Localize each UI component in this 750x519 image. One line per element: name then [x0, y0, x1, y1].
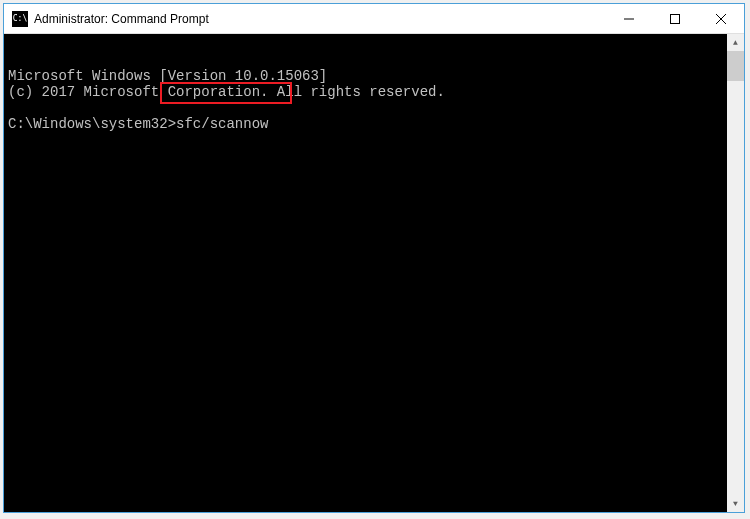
scroll-down-button[interactable]: ▼	[727, 495, 744, 512]
version-line: Microsoft Windows [Version 10.0.15063]	[8, 68, 327, 84]
scrollbar-thumb[interactable]	[727, 51, 744, 81]
command-prompt-window: C:\ Administrator: Command Prompt Micros…	[3, 3, 745, 513]
maximize-icon	[670, 14, 680, 24]
svg-rect-1	[671, 14, 680, 23]
window-title: Administrator: Command Prompt	[34, 12, 606, 26]
scroll-up-button[interactable]: ▲	[727, 34, 744, 51]
prompt-text: C:\Windows\system32>	[8, 116, 176, 132]
terminal-content: Microsoft Windows [Version 10.0.15063] (…	[8, 68, 740, 132]
scrollbar-track[interactable]	[727, 51, 744, 495]
copyright-line: (c) 2017 Microsoft Corporation. All righ…	[8, 84, 445, 100]
terminal-area[interactable]: Microsoft Windows [Version 10.0.15063] (…	[4, 34, 744, 512]
minimize-button[interactable]	[606, 4, 652, 33]
close-button[interactable]	[698, 4, 744, 33]
minimize-icon	[624, 14, 634, 24]
cmd-icon: C:\	[12, 11, 28, 27]
titlebar[interactable]: C:\ Administrator: Command Prompt	[4, 4, 744, 34]
maximize-button[interactable]	[652, 4, 698, 33]
command-input[interactable]: sfc/scannow	[176, 116, 268, 132]
close-icon	[716, 14, 726, 24]
vertical-scrollbar[interactable]: ▲ ▼	[727, 34, 744, 512]
window-controls	[606, 4, 744, 33]
